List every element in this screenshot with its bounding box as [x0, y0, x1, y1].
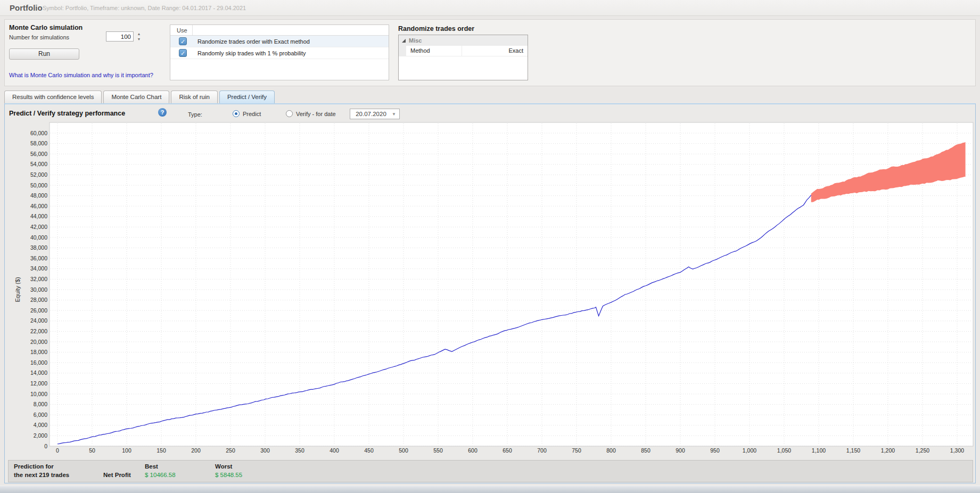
svg-text:500: 500 [399, 447, 408, 454]
window-header: Portfolio Symbol: Portfolio, Timeframe: … [0, 0, 980, 16]
tab-risk-of-ruin[interactable]: Risk of ruin [171, 91, 218, 103]
group-expand-icon [402, 39, 406, 43]
radio-predict-label: Predict [243, 111, 261, 117]
stepper-down-icon[interactable]: ▼ [135, 37, 143, 42]
svg-text:1,100: 1,100 [812, 447, 826, 454]
svg-text:200: 200 [191, 447, 201, 454]
svg-text:750: 750 [572, 447, 581, 454]
svg-text:42,000: 42,000 [30, 224, 47, 230]
use-table-row[interactable]: ✓Randomly skip trades with 1 % probabili… [170, 47, 389, 59]
svg-text:1,200: 1,200 [881, 447, 895, 454]
svg-text:450: 450 [364, 447, 374, 454]
svg-text:950: 950 [710, 447, 720, 454]
svg-text:52,000: 52,000 [30, 171, 47, 178]
svg-text:44,000: 44,000 [30, 213, 47, 219]
svg-text:1,150: 1,150 [846, 447, 860, 454]
tab-predict-verify[interactable]: Predict / Verify [219, 91, 275, 103]
svg-text:18,000: 18,000 [30, 349, 47, 355]
type-label: Type: [188, 111, 202, 118]
svg-text:6,000: 6,000 [34, 412, 47, 418]
svg-text:10,000: 10,000 [30, 391, 47, 397]
svg-text:1,300: 1,300 [950, 447, 964, 454]
svg-text:14,000: 14,000 [30, 369, 47, 376]
svg-text:58,000: 58,000 [30, 140, 47, 146]
svg-text:32,000: 32,000 [30, 276, 47, 282]
svg-text:900: 900 [676, 447, 685, 454]
stepper-up-icon[interactable]: ▲ [135, 31, 143, 37]
use-table-row[interactable]: ✓Randomize trades order with Exact metho… [170, 36, 389, 47]
svg-text:24,000: 24,000 [30, 317, 47, 324]
use-table-header: Use [170, 25, 389, 36]
svg-text:400: 400 [330, 447, 339, 454]
radio-verify[interactable]: Verify - for date [286, 110, 336, 117]
simulations-count-stepper[interactable]: ▲ ▼ [135, 31, 143, 42]
svg-text:0: 0 [56, 447, 59, 454]
verify-date-value: 20.07.2020 [350, 111, 392, 117]
monte-carlo-help-link[interactable]: What is Monte Carlo simulation and why i… [9, 72, 153, 78]
simulations-count-field [106, 31, 134, 42]
svg-text:1,250: 1,250 [916, 447, 929, 454]
radio-verify-icon [286, 110, 293, 117]
tab-results-with-confidence-levels[interactable]: Results with confidence levels [4, 91, 102, 103]
checkbox-icon[interactable]: ✓ [179, 37, 187, 45]
svg-text:1,000: 1,000 [743, 447, 756, 454]
svg-text:60,000: 60,000 [30, 130, 47, 136]
net-profit-label: Net Profit [103, 472, 131, 478]
best-value: $ 10466.58 [145, 472, 176, 478]
tab-monte-carlo-chart[interactable]: Monte Carlo Chart [103, 91, 169, 103]
radio-predict-icon [233, 110, 240, 117]
svg-text:20,000: 20,000 [30, 339, 47, 345]
run-button[interactable]: Run [9, 48, 79, 60]
svg-text:2,000: 2,000 [34, 432, 47, 439]
property-row: MethodExact [399, 46, 528, 56]
randomize-panel-title: Randomize trades order [398, 25, 474, 32]
svg-text:54,000: 54,000 [30, 161, 47, 167]
use-column-header: Use [170, 25, 193, 35]
prediction-label-line2: the next 219 trades [14, 472, 69, 478]
radio-verify-label: Verify - for date [296, 111, 336, 117]
svg-text:36,000: 36,000 [30, 255, 47, 261]
worst-label: Worst [215, 463, 232, 470]
svg-text:850: 850 [641, 447, 650, 454]
use-row-label: Randomize trades order with Exact method [197, 38, 310, 45]
radio-predict[interactable]: Predict [233, 110, 261, 117]
monte-carlo-title: Monte Carlo simulation [9, 24, 83, 31]
svg-text:16,000: 16,000 [30, 359, 47, 366]
svg-text:56,000: 56,000 [30, 151, 47, 157]
property-value[interactable]: Exact [462, 46, 528, 56]
property-group-misc[interactable]: Misc [399, 35, 528, 46]
tab-strip: Results with confidence levelsMonte Carl… [4, 91, 275, 103]
svg-text:650: 650 [503, 447, 512, 454]
svg-text:50,000: 50,000 [30, 182, 47, 188]
svg-text:50: 50 [89, 447, 95, 454]
svg-text:550: 550 [433, 447, 443, 454]
property-group-label: Misc [409, 37, 422, 44]
best-label: Best [145, 463, 158, 470]
svg-text:700: 700 [537, 447, 547, 454]
simulations-count-input[interactable] [106, 32, 133, 41]
svg-text:100: 100 [122, 447, 131, 454]
svg-text:4,000: 4,000 [34, 422, 47, 428]
svg-text:46,000: 46,000 [30, 203, 47, 209]
svg-text:22,000: 22,000 [30, 328, 47, 334]
settings-panel: Monte Carlo simulation Number for simula… [4, 19, 976, 86]
svg-text:300: 300 [260, 447, 270, 454]
use-row-label: Randomly skip trades with 1 % probabilit… [197, 50, 306, 56]
window-subtitle: Symbol: Portfolio, Timeframe: unknown, D… [43, 5, 246, 11]
checkbox-icon[interactable]: ✓ [179, 49, 187, 57]
equity-chart: 02,0004,0006,0008,00010,00012,00014,0001… [8, 121, 974, 459]
svg-text:30,000: 30,000 [30, 286, 47, 293]
svg-text:150: 150 [157, 447, 166, 454]
svg-text:26,000: 26,000 [30, 307, 47, 314]
verify-date-select[interactable]: 20.07.2020 ▼ [350, 109, 400, 119]
svg-text:250: 250 [226, 447, 235, 454]
window-bottom-edge [0, 486, 980, 493]
property-indent [399, 46, 406, 56]
svg-text:12,000: 12,000 [30, 380, 47, 387]
svg-text:38,000: 38,000 [30, 244, 47, 251]
help-icon[interactable]: ? [158, 108, 167, 117]
svg-text:40,000: 40,000 [30, 234, 47, 241]
svg-text:28,000: 28,000 [30, 297, 47, 303]
svg-text:800: 800 [606, 447, 616, 454]
svg-text:350: 350 [295, 447, 304, 454]
